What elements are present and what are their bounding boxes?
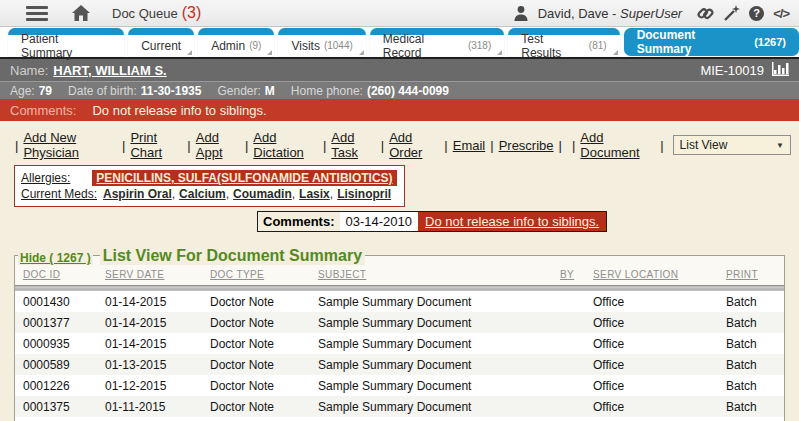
cell-serv-date: 01-14-2015: [105, 333, 210, 354]
cell-serv-location: Office: [593, 396, 726, 417]
column-header-doc-id[interactable]: DOC ID: [15, 267, 105, 286]
cell-doc-id: 0000935: [15, 333, 105, 354]
view-select-value: List View: [680, 138, 728, 152]
comment-box-label: Comments:: [258, 212, 340, 231]
table-row[interactable]: 000132001-11-2015Doctor NoteSample Summa…: [15, 417, 784, 421]
link-icon[interactable]: [697, 5, 714, 22]
pipe: |: [559, 138, 562, 153]
tab-patient-summary[interactable]: Patient Summary: [8, 28, 124, 56]
cell-serv-date: 01-14-2015: [105, 312, 210, 333]
tab-test-results[interactable]: Test Results(81): [508, 28, 619, 56]
column-header-subject[interactable]: SUBJECT: [318, 267, 560, 286]
cell-subject: Sample Summary Document: [318, 396, 560, 417]
document-table: DOC IDSERV DATEDOC TYPESUBJECTBYSERV LOC…: [15, 267, 784, 421]
cell-print: Batch: [726, 354, 784, 375]
tab-document-summary[interactable]: Document Summary(1267): [624, 28, 799, 56]
med-link-aspirin-oral[interactable]: Aspirin Oral: [103, 187, 172, 201]
cell-doc-id: 0001375: [15, 396, 105, 417]
patient-name-link[interactable]: HART, WILLIAM S.: [53, 63, 166, 78]
comments-text: Do not release info to siblings.: [92, 103, 266, 118]
cell-subject: Sample Summary Document: [318, 291, 560, 313]
table-row[interactable]: 000058901-13-2015Doctor NoteSample Summa…: [15, 354, 784, 375]
cell-print: Batch: [726, 375, 784, 396]
action-links-row: |Add New Physician|Print Chart|Add Appt|…: [10, 130, 791, 160]
med-link-lasix[interactable]: Lasix: [299, 187, 330, 201]
cell-serv-location: Office: [593, 354, 726, 375]
cell-doc-type: Doctor Note: [210, 333, 318, 354]
table-row[interactable]: 000143001-14-2015Doctor NoteSample Summa…: [15, 291, 784, 313]
cell-doc-id: 0001226: [15, 375, 105, 396]
cell-subject: Sample Summary Document: [318, 417, 560, 421]
chart-id: MIE-10019: [700, 63, 764, 78]
action-link-add-appt[interactable]: Add Appt: [196, 130, 240, 160]
pipe: |: [660, 138, 663, 153]
current-meds-links: Aspirin Oral,Calcium,Coumadin,Lasix,Lisi…: [103, 187, 391, 201]
cell-serv-location: Office: [593, 312, 726, 333]
listview-title: List View For Document Summary: [100, 246, 365, 265]
menu-icon[interactable]: [26, 6, 48, 21]
action-link-email[interactable]: Email: [453, 138, 486, 153]
listview-legend: Hide ( 1267 ) List View For Document Sum…: [14, 246, 785, 265]
view-select[interactable]: List View ▼: [673, 135, 791, 155]
action-link-print-chart[interactable]: Print Chart: [130, 130, 182, 160]
cell-doc-id: 0001320: [15, 417, 105, 421]
user-name: David, Dave - SuperUser: [538, 6, 683, 21]
column-header-serv-location[interactable]: SERV LOCATION: [593, 267, 726, 286]
column-header-doc-type[interactable]: DOC TYPE: [210, 267, 318, 286]
code-icon[interactable]: </>: [773, 6, 789, 21]
queue-count: (3): [182, 4, 202, 22]
pipe: |: [245, 138, 248, 153]
tab-medical-record[interactable]: Medical Record(318): [370, 28, 504, 56]
dob-value: 11-30-1935: [141, 84, 202, 98]
action-link-prescribe[interactable]: Prescribe: [499, 138, 554, 153]
help-icon[interactable]: ?: [749, 6, 764, 21]
med-link-calcium[interactable]: Calcium: [179, 187, 226, 201]
column-header-serv-date[interactable]: SERV DATE: [105, 267, 210, 286]
action-link-add-task[interactable]: Add Task: [331, 130, 376, 160]
pipe: |: [187, 138, 190, 153]
gender-value: M: [265, 84, 275, 98]
allergies-label[interactable]: Allergies:: [21, 171, 70, 185]
cell-print: Batch: [726, 396, 784, 417]
table-row[interactable]: 000122601-12-2015Doctor NoteSample Summa…: [15, 375, 784, 396]
pipe: |: [323, 138, 326, 153]
cell-print: Batch: [726, 291, 784, 313]
table-row[interactable]: 000093501-14-2015Doctor NoteSample Summa…: [15, 333, 784, 354]
comment-text-link[interactable]: Do not release info to siblings.: [418, 212, 606, 231]
allergy-value-link[interactable]: PENICILLINS, SULFA(SULFONAMIDE ANTIBIOTI…: [92, 170, 396, 186]
cell-doc-type: Doctor Note: [210, 396, 318, 417]
table-row[interactable]: 000137501-11-2015Doctor NoteSample Summa…: [15, 396, 784, 417]
med-link-coumadin[interactable]: Coumadin: [233, 187, 292, 201]
action-link-add-new-physician[interactable]: Add New Physician: [23, 130, 117, 160]
pipe: |: [381, 138, 384, 153]
tab-visits[interactable]: Visits(1044): [278, 28, 365, 56]
cell-by: [560, 333, 593, 354]
hide-link[interactable]: Hide ( 1267 ): [18, 251, 93, 265]
age-label: Age:: [10, 84, 35, 98]
cell-subject: Sample Summary Document: [318, 354, 560, 375]
patient-comments-bar: Comments: Do not release info to sibling…: [0, 99, 799, 121]
queue-title[interactable]: Doc Queue: [112, 6, 178, 21]
chart-graph-icon[interactable]: [772, 62, 789, 79]
add-document-link[interactable]: Add Document: [580, 130, 655, 160]
chevron-down-icon: ▼: [776, 141, 784, 150]
current-meds-label[interactable]: Current Meds:: [21, 187, 97, 201]
cell-serv-location: Office: [593, 291, 726, 313]
tab-current[interactable]: Current: [128, 28, 194, 56]
listview-section: Hide ( 1267 ) List View For Document Sum…: [14, 246, 785, 421]
wand-icon[interactable]: [723, 5, 740, 22]
cell-subject: Sample Summary Document: [318, 375, 560, 396]
cell-serv-date: 01-11-2015: [105, 396, 210, 417]
cell-doc-type: Doctor Note: [210, 375, 318, 396]
tab-admin[interactable]: Admin(9): [198, 28, 274, 56]
column-header-print[interactable]: PRINT: [726, 267, 784, 286]
column-header-by[interactable]: BY: [560, 267, 593, 286]
action-link-add-dictation[interactable]: Add Dictation: [253, 130, 318, 160]
home-icon[interactable]: [72, 5, 90, 21]
action-link-add-order[interactable]: Add Order: [389, 130, 439, 160]
cell-serv-date: 01-11-2015: [105, 417, 210, 421]
cell-by: [560, 375, 593, 396]
table-row[interactable]: 000137701-14-2015Doctor NoteSample Summa…: [15, 312, 784, 333]
cell-doc-type: Doctor Note: [210, 312, 318, 333]
med-link-lisinopril[interactable]: Lisinopril: [337, 187, 391, 201]
